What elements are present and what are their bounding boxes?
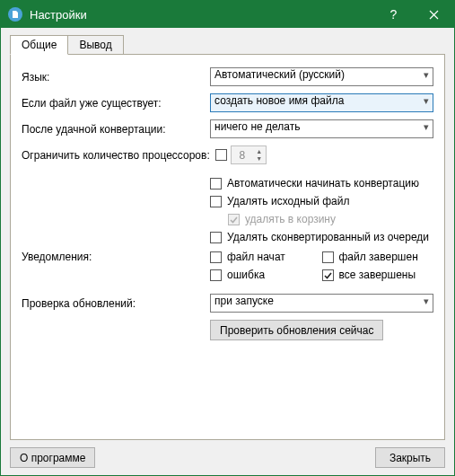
error-checkbox[interactable] [210,269,222,281]
if-file-exists-combo[interactable]: создать новое имя файла [210,93,433,112]
close-window-button[interactable] [414,1,454,28]
tab-general[interactable]: Общие [10,35,68,55]
footer: О программе Закрыть [10,440,445,468]
file-started-checkbox[interactable] [210,251,222,263]
all-finished-label: все завершены [339,269,416,281]
language-combo[interactable]: Автоматический (русский) [210,67,433,86]
file-finished-checkbox[interactable] [322,251,334,263]
file-finished-label: файл завершен [339,251,418,263]
auto-start-checkbox[interactable] [210,178,222,190]
settings-window: Настройки ? Общие Вывод Язык: Автоматиче… [0,0,455,476]
remove-from-queue-checkbox[interactable] [210,232,222,243]
check-updates-combo[interactable]: при запуске [210,294,433,313]
about-button[interactable]: О программе [10,447,95,468]
tab-panel-general: Язык: Автоматический (русский) Если файл… [10,54,445,440]
titlebar: Настройки ? [1,1,454,28]
delete-source-checkbox[interactable] [210,196,222,207]
remove-from-queue-label: Удалять сконвертированный из очереди [227,231,429,243]
close-button[interactable]: Закрыть [375,447,445,468]
tab-output[interactable]: Вывод [67,35,123,54]
tabstrip: Общие Вывод [10,35,445,54]
language-label: Язык: [22,71,210,84]
delete-to-recycle-label: удалять в корзину [245,213,336,225]
after-convert-combo[interactable]: ничего не делать [210,119,433,138]
cpu-count-spinner[interactable]: ▲▼ [231,145,267,164]
cpu-count-input[interactable] [232,148,253,163]
all-finished-checkbox[interactable] [322,269,334,281]
check-updates-label: Проверка обновлений: [22,297,210,310]
if-file-exists-label: Если файл уже существует: [22,97,210,110]
titlebar-buttons: ? [373,1,454,28]
auto-start-label: Автоматически начинать конвертацию [227,177,419,190]
check-updates-now-button[interactable]: Проверить обновления сейчас [210,320,383,340]
spin-up[interactable]: ▲ [253,148,266,155]
delete-to-recycle-checkbox [228,214,240,225]
limit-cpu-label: Ограничить количество процессоров: [22,149,210,162]
file-started-label: файл начат [227,251,285,263]
window-title: Настройки [30,8,373,22]
delete-source-label: Удалять исходный файл [227,195,349,207]
app-icon [8,7,22,22]
notifications-label: Уведомления: [22,251,210,263]
spin-down[interactable]: ▼ [253,155,266,163]
help-button[interactable]: ? [373,1,414,28]
client-area: Общие Вывод Язык: Автоматический (русски… [1,28,454,475]
limit-cpu-checkbox[interactable] [215,149,227,161]
after-convert-label: После удачной конвертации: [22,123,210,136]
error-label: ошибка [227,269,265,281]
